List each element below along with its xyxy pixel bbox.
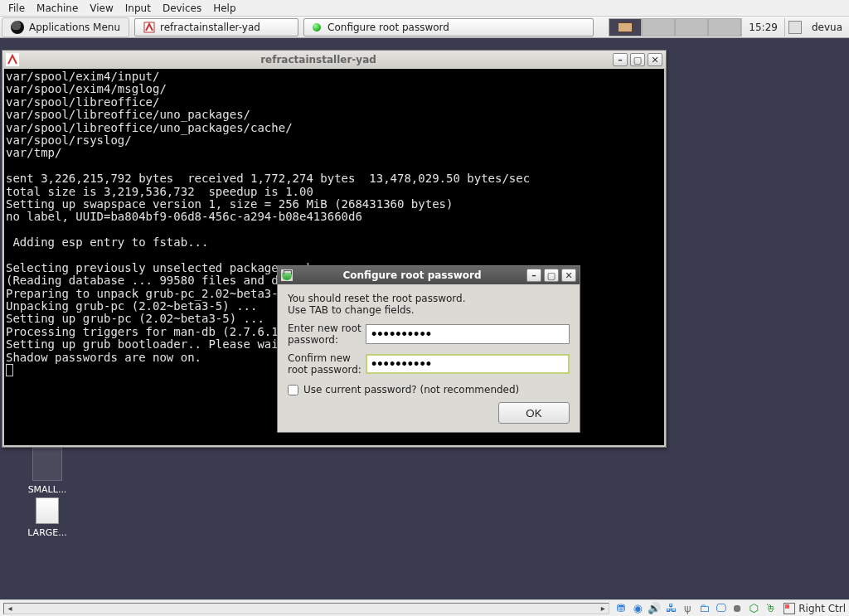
close-button[interactable]: ✕ — [648, 53, 662, 66]
taskbar-item-refractainstaller[interactable]: refractainstaller-yad — [134, 18, 298, 36]
panel-clock[interactable]: 15:29 — [741, 18, 785, 36]
dialog-icon — [313, 23, 321, 32]
new-password-label: Enter new root password: — [288, 323, 366, 346]
vbox-indicator-tray: ⛃ ◉ 🔊 🖧 ψ 🗀 🖵 ⏺ ⬡ 🖰 — [614, 602, 777, 615]
user-label: devua — [805, 22, 849, 33]
menu-file[interactable]: File — [5, 1, 33, 16]
keyboard-icon — [784, 603, 795, 614]
workspace-4[interactable] — [708, 18, 741, 36]
host-key-indicator[interactable]: Right Ctrl — [784, 603, 846, 614]
optical-disk-icon[interactable]: ◉ — [631, 602, 644, 615]
applications-menu-label: Applications Menu — [29, 22, 120, 33]
vbox-statusbar: ◂ ▸ ⛃ ◉ 🔊 🖧 ψ 🗀 🖵 ⏺ ⬡ 🖰 Right Ctrl — [0, 599, 849, 616]
refracta-icon — [6, 53, 19, 66]
minimize-button[interactable]: – — [526, 269, 541, 282]
close-button[interactable]: ✕ — [561, 269, 576, 282]
network-icon[interactable]: 🖧 — [664, 602, 677, 615]
root-password-dialog: Configure root password – ▢ ✕ You should… — [277, 265, 580, 433]
confirm-password-input[interactable] — [366, 354, 570, 374]
recording-icon[interactable]: ⏺ — [730, 602, 744, 615]
maximize-button[interactable]: ▢ — [630, 53, 645, 66]
vbox-menubar: File Machine View Input Devices Help — [0, 0, 849, 17]
desktop-icon-large[interactable]: LARGE... — [18, 494, 76, 538]
taskbar-item-label: Configure root password — [327, 22, 449, 33]
tray-icon[interactable] — [788, 21, 802, 34]
maximize-button[interactable]: ▢ — [544, 269, 559, 282]
dialog-text-1: You should reset the root password. — [288, 293, 570, 304]
workspace-3[interactable] — [675, 18, 708, 36]
mouse-integration-icon[interactable]: 🖰 — [764, 602, 777, 615]
scroll-right-icon[interactable]: ▸ — [597, 604, 609, 614]
scroll-left-icon[interactable]: ◂ — [4, 604, 16, 614]
audio-icon[interactable]: 🔊 — [648, 602, 661, 615]
guest-additions-icon[interactable]: ⬡ — [747, 602, 760, 615]
menu-machine[interactable]: Machine — [33, 1, 86, 16]
file-icon — [36, 497, 59, 524]
ok-button[interactable]: OK — [498, 402, 570, 424]
desktop-icon-label: LARGE... — [18, 527, 76, 538]
minimize-button[interactable]: – — [613, 53, 628, 66]
dialog-text-2: Use TAB to change fields. — [288, 304, 570, 316]
hard-disk-icon[interactable]: ⛃ — [614, 602, 628, 615]
guest-desktop: Applications Menu refractainstaller-yad … — [0, 17, 849, 599]
vbox-scrollbar[interactable]: ◂ ▸ — [3, 603, 609, 614]
menu-view[interactable]: View — [86, 1, 121, 16]
usb-icon[interactable]: ψ — [681, 602, 694, 615]
xfce-panel: Applications Menu refractainstaller-yad … — [0, 17, 849, 38]
workspace-1[interactable] — [609, 18, 642, 36]
taskbar-item-configure-root[interactable]: Configure root password — [303, 18, 594, 36]
new-password-input[interactable] — [366, 324, 570, 344]
terminal-titlebar[interactable]: refractainstaller-yad – ▢ ✕ — [2, 51, 666, 69]
refracta-icon — [143, 22, 155, 33]
flask-icon — [281, 269, 293, 281]
shared-folders-icon[interactable]: 🗀 — [697, 602, 711, 615]
desktop-icon-small[interactable]: SMALL... — [18, 448, 76, 495]
dialog-titlebar[interactable]: Configure root password – ▢ ✕ — [278, 266, 580, 284]
disk-icon — [32, 448, 62, 481]
use-current-password-label: Use current password? (not recommended) — [303, 384, 519, 395]
window-title: refractainstaller-yad — [24, 54, 613, 65]
menu-help[interactable]: Help — [210, 1, 244, 16]
use-current-password-checkbox[interactable] — [288, 385, 298, 395]
workspace-switcher[interactable] — [609, 18, 741, 36]
menu-input[interactable]: Input — [122, 1, 159, 16]
menu-devices[interactable]: Devices — [159, 1, 210, 16]
taskbar-item-label: refractainstaller-yad — [160, 22, 260, 33]
dialog-title: Configure root password — [298, 269, 526, 281]
workspace-2[interactable] — [642, 18, 675, 36]
applications-menu-button[interactable]: Applications Menu — [2, 17, 129, 37]
devuan-logo-icon — [11, 21, 24, 34]
cursor — [6, 364, 13, 376]
confirm-password-label: Confirm new root password: — [288, 352, 366, 376]
display-icon[interactable]: 🖵 — [714, 602, 727, 615]
host-key-label: Right Ctrl — [798, 603, 846, 614]
